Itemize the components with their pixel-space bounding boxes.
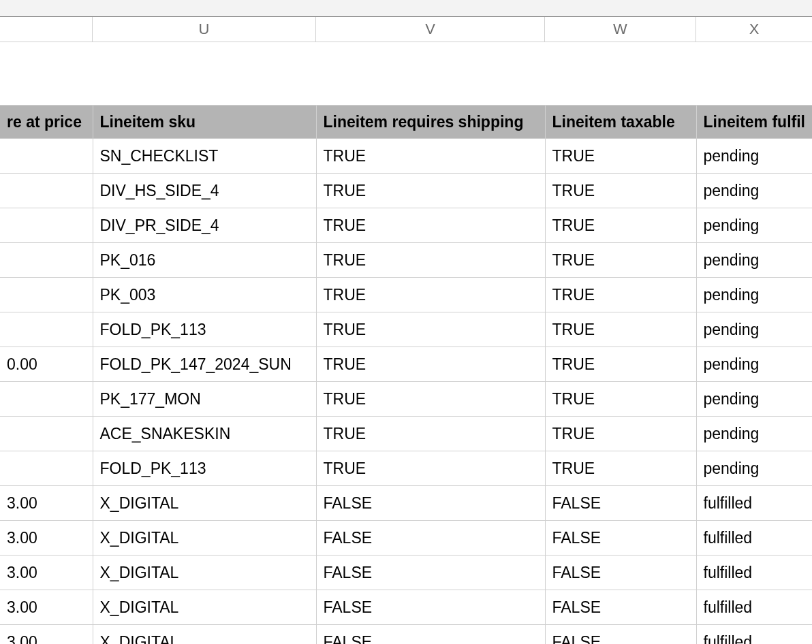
cell-fulfillment[interactable]: pending bbox=[696, 139, 812, 174]
cell-taxable[interactable]: FALSE bbox=[545, 556, 696, 590]
cell-compare-at-price[interactable]: 3.00 bbox=[0, 590, 93, 625]
cell-requires-shipping[interactable]: FALSE bbox=[316, 625, 545, 645]
cell-taxable[interactable]: TRUE bbox=[545, 451, 696, 486]
cell-fulfillment[interactable]: pending bbox=[696, 208, 812, 243]
cell-lineitem-sku[interactable]: X_DIGITAL bbox=[93, 486, 316, 521]
cell-lineitem-sku[interactable]: DIV_PR_SIDE_4 bbox=[93, 208, 316, 243]
cell-lineitem-sku[interactable]: PK_177_MON bbox=[93, 382, 316, 417]
cell-lineitem-sku[interactable]: FOLD_PK_113 bbox=[93, 451, 316, 486]
cell-requires-shipping[interactable]: TRUE bbox=[316, 451, 545, 486]
cell-requires-shipping[interactable]: FALSE bbox=[316, 590, 545, 625]
cell-lineitem-sku[interactable]: X_DIGITAL bbox=[93, 590, 316, 625]
cell-fulfillment[interactable]: pending bbox=[696, 417, 812, 451]
column-letter[interactable]: V bbox=[316, 17, 545, 42]
cell-requires-shipping[interactable]: TRUE bbox=[316, 174, 545, 208]
column-letter[interactable]: W bbox=[545, 17, 696, 42]
cell-requires-shipping[interactable]: FALSE bbox=[316, 521, 545, 556]
cell-requires-shipping[interactable]: TRUE bbox=[316, 278, 545, 312]
header-lineitem-requires-shipping[interactable]: Lineitem requires shipping bbox=[316, 106, 545, 139]
table-row: 3.00X_DIGITALFALSEFALSEfulfilled bbox=[0, 590, 812, 625]
cell-compare-at-price[interactable] bbox=[0, 208, 93, 243]
cell-compare-at-price[interactable] bbox=[0, 139, 93, 174]
cell-requires-shipping[interactable]: TRUE bbox=[316, 347, 545, 382]
cell-lineitem-sku[interactable]: X_DIGITAL bbox=[93, 521, 316, 556]
cell-fulfillment[interactable]: fulfilled bbox=[696, 590, 812, 625]
cell-taxable[interactable]: TRUE bbox=[545, 347, 696, 382]
header-lineitem-sku[interactable]: Lineitem sku bbox=[93, 106, 316, 139]
cell-fulfillment[interactable]: fulfilled bbox=[696, 486, 812, 521]
cell-taxable[interactable]: FALSE bbox=[545, 590, 696, 625]
cell-fulfillment[interactable]: fulfilled bbox=[696, 556, 812, 590]
table-row: FOLD_PK_113TRUETRUEpending bbox=[0, 312, 812, 347]
cell-lineitem-sku[interactable]: PK_016 bbox=[93, 243, 316, 278]
cell-taxable[interactable]: TRUE bbox=[545, 382, 696, 417]
table-row: SN_CHECKLISTTRUETRUEpending bbox=[0, 139, 812, 174]
cell-requires-shipping[interactable]: TRUE bbox=[316, 417, 545, 451]
cell-fulfillment[interactable]: fulfilled bbox=[696, 521, 812, 556]
cell-compare-at-price[interactable] bbox=[0, 174, 93, 208]
cell-compare-at-price[interactable]: 3.00 bbox=[0, 521, 93, 556]
cell-taxable[interactable]: TRUE bbox=[545, 208, 696, 243]
cell-lineitem-sku[interactable]: DIV_HS_SIDE_4 bbox=[93, 174, 316, 208]
column-letter[interactable] bbox=[0, 17, 93, 42]
cell-compare-at-price[interactable]: 3.00 bbox=[0, 556, 93, 590]
spreadsheet-window: U V W X re at price Lineitem sku Lineite… bbox=[0, 0, 812, 644]
cell-lineitem-sku[interactable]: PK_003 bbox=[93, 278, 316, 312]
cell-fulfillment[interactable]: pending bbox=[696, 278, 812, 312]
column-letter[interactable]: X bbox=[696, 17, 812, 42]
table-row: 3.00X_DIGITALFALSEFALSEfulfilled bbox=[0, 556, 812, 590]
header-compare-at-price[interactable]: re at price bbox=[0, 106, 93, 139]
cell-taxable[interactable]: TRUE bbox=[545, 174, 696, 208]
cell-requires-shipping[interactable]: TRUE bbox=[316, 312, 545, 347]
cell-lineitem-sku[interactable]: X_DIGITAL bbox=[93, 625, 316, 645]
cell-compare-at-price[interactable] bbox=[0, 451, 93, 486]
cell-compare-at-price[interactable] bbox=[0, 243, 93, 278]
cell-requires-shipping[interactable]: TRUE bbox=[316, 208, 545, 243]
cell-compare-at-price[interactable] bbox=[0, 312, 93, 347]
cell-lineitem-sku[interactable]: ACE_SNAKESKIN bbox=[93, 417, 316, 451]
sheet-body[interactable]: re at price Lineitem sku Lineitem requir… bbox=[0, 42, 812, 644]
cell-lineitem-sku[interactable]: X_DIGITAL bbox=[93, 556, 316, 590]
cell-fulfillment[interactable]: pending bbox=[696, 451, 812, 486]
cell-taxable[interactable]: TRUE bbox=[545, 417, 696, 451]
cell-taxable[interactable]: FALSE bbox=[545, 521, 696, 556]
cell-requires-shipping[interactable]: TRUE bbox=[316, 243, 545, 278]
table-row: 3.00X_DIGITALFALSEFALSEfulfilled bbox=[0, 486, 812, 521]
cell-taxable[interactable]: TRUE bbox=[545, 278, 696, 312]
cell-fulfillment[interactable]: pending bbox=[696, 174, 812, 208]
cell-taxable[interactable]: FALSE bbox=[545, 625, 696, 645]
cell-fulfillment[interactable]: pending bbox=[696, 382, 812, 417]
cell-compare-at-price[interactable] bbox=[0, 382, 93, 417]
header-lineitem-taxable[interactable]: Lineitem taxable bbox=[545, 106, 696, 139]
data-table: re at price Lineitem sku Lineitem requir… bbox=[0, 105, 812, 644]
empty-spacer bbox=[0, 42, 812, 105]
cell-compare-at-price[interactable]: 3.00 bbox=[0, 486, 93, 521]
header-lineitem-fulfillment[interactable]: Lineitem fulfil bbox=[696, 106, 812, 139]
cell-requires-shipping[interactable]: TRUE bbox=[316, 382, 545, 417]
cell-fulfillment[interactable]: pending bbox=[696, 347, 812, 382]
table-row: DIV_HS_SIDE_4TRUETRUEpending bbox=[0, 174, 812, 208]
cell-lineitem-sku[interactable]: FOLD_PK_147_2024_SUN bbox=[93, 347, 316, 382]
cell-lineitem-sku[interactable]: FOLD_PK_113 bbox=[93, 312, 316, 347]
cell-fulfillment[interactable]: pending bbox=[696, 312, 812, 347]
cell-requires-shipping[interactable]: FALSE bbox=[316, 486, 545, 521]
cell-compare-at-price[interactable] bbox=[0, 417, 93, 451]
cell-requires-shipping[interactable]: TRUE bbox=[316, 139, 545, 174]
cell-lineitem-sku[interactable]: SN_CHECKLIST bbox=[93, 139, 316, 174]
table-row: ACE_SNAKESKINTRUETRUEpending bbox=[0, 417, 812, 451]
cell-compare-at-price[interactable] bbox=[0, 278, 93, 312]
header-row: re at price Lineitem sku Lineitem requir… bbox=[0, 106, 812, 139]
cell-taxable[interactable]: TRUE bbox=[545, 312, 696, 347]
table-row: 0.00FOLD_PK_147_2024_SUNTRUETRUEpending bbox=[0, 347, 812, 382]
cell-taxable[interactable]: TRUE bbox=[545, 243, 696, 278]
column-letter[interactable]: U bbox=[93, 17, 316, 42]
table-row: 3.00X_DIGITALFALSEFALSEfulfilled bbox=[0, 625, 812, 645]
cell-requires-shipping[interactable]: FALSE bbox=[316, 556, 545, 590]
cell-fulfillment[interactable]: fulfilled bbox=[696, 625, 812, 645]
cell-compare-at-price[interactable]: 0.00 bbox=[0, 347, 93, 382]
cell-compare-at-price[interactable]: 3.00 bbox=[0, 625, 93, 645]
table-row: PK_177_MONTRUETRUEpending bbox=[0, 382, 812, 417]
cell-fulfillment[interactable]: pending bbox=[696, 243, 812, 278]
cell-taxable[interactable]: TRUE bbox=[545, 139, 696, 174]
cell-taxable[interactable]: FALSE bbox=[545, 486, 696, 521]
